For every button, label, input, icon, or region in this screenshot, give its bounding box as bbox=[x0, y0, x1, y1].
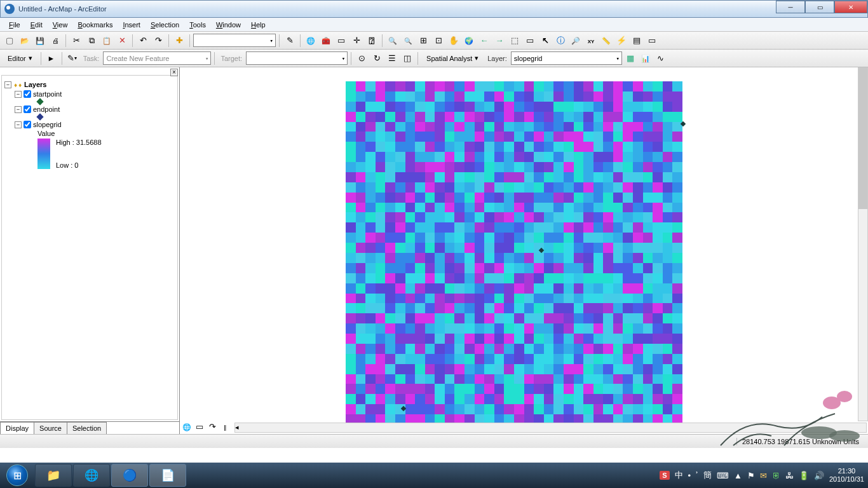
collapse-icon[interactable]: − bbox=[15, 91, 22, 98]
menu-selection[interactable]: Selection bbox=[147, 20, 183, 30]
toc-root[interactable]: − ⬧⬧ Layers bbox=[4, 79, 175, 90]
vertical-scrollbar[interactable] bbox=[858, 67, 868, 421]
start-button[interactable]: ⊞ bbox=[0, 463, 34, 488]
tray-clock[interactable]: 21:30 2010/10/31 bbox=[829, 467, 864, 484]
tray-up-icon[interactable]: ▲ bbox=[734, 471, 742, 480]
editor-menu-button[interactable]: Editor▾ bbox=[3, 53, 37, 64]
maximize-button[interactable]: ▭ bbox=[805, 1, 834, 13]
collapse-icon[interactable]: − bbox=[15, 121, 22, 128]
layer-checkbox[interactable] bbox=[24, 90, 31, 98]
taskbar-explorer[interactable]: 📁 bbox=[35, 464, 72, 487]
arctoolbox-button[interactable] bbox=[319, 34, 333, 48]
ime-charset[interactable]: 簡 bbox=[703, 470, 712, 481]
tray-volume-icon[interactable]: 🔊 bbox=[814, 471, 824, 480]
target-combo[interactable] bbox=[246, 51, 348, 65]
zoom-out-button[interactable] bbox=[401, 34, 415, 48]
tray-power-icon[interactable]: 🔋 bbox=[799, 471, 809, 480]
sketch-props-button[interactable] bbox=[400, 51, 414, 65]
taskbar-arcmap[interactable]: 🔵 bbox=[111, 464, 148, 487]
delete-button[interactable] bbox=[115, 34, 129, 48]
zoom-in-button[interactable] bbox=[386, 34, 400, 48]
layer-checkbox[interactable] bbox=[24, 105, 31, 113]
pan-button[interactable] bbox=[447, 34, 461, 48]
clear-selection-button[interactable] bbox=[523, 34, 537, 48]
tab-display[interactable]: Display bbox=[0, 422, 34, 434]
maptips-button[interactable] bbox=[645, 34, 659, 48]
toc-close-button[interactable]: × bbox=[170, 69, 178, 76]
symbol-gradient[interactable]: High : 31.5688 Low : 0 bbox=[4, 138, 175, 170]
edit-tool-button[interactable] bbox=[44, 51, 58, 65]
data-view-button[interactable] bbox=[181, 421, 193, 432]
histogram-button[interactable] bbox=[639, 51, 653, 65]
menu-window[interactable]: Window bbox=[212, 20, 245, 30]
layout-view-button[interactable] bbox=[194, 421, 205, 432]
task-combo[interactable]: Create New Feature bbox=[103, 51, 211, 65]
modelbuilder-button[interactable] bbox=[349, 34, 363, 48]
arccatalog-button[interactable] bbox=[304, 34, 318, 48]
fixed-zoom-in-button[interactable] bbox=[416, 34, 430, 48]
map-view[interactable]: ◂ bbox=[180, 67, 868, 434]
ime-lang[interactable]: 中 bbox=[675, 470, 683, 481]
identify-button[interactable] bbox=[553, 34, 567, 48]
ime-indicator[interactable]: S bbox=[660, 471, 669, 480]
scroll-thumb[interactable] bbox=[858, 68, 867, 209]
select-features-button[interactable] bbox=[508, 34, 522, 48]
ime-width-icon[interactable]: ʾ bbox=[696, 471, 698, 480]
layer-checkbox[interactable] bbox=[24, 121, 31, 128]
layer-combo[interactable]: slopegrid bbox=[511, 51, 622, 65]
new-doc-button[interactable] bbox=[3, 34, 17, 48]
full-extent-button[interactable] bbox=[462, 34, 476, 48]
tray-flag-icon[interactable]: ⚑ bbox=[747, 471, 755, 480]
tab-selection[interactable]: Selection bbox=[67, 422, 107, 434]
undo-button[interactable] bbox=[136, 34, 150, 48]
menu-edit[interactable]: Edit bbox=[27, 20, 46, 30]
layer-endpoint[interactable]: − endpoint bbox=[4, 105, 175, 114]
ime-keyboard-icon[interactable]: ⌨ bbox=[717, 471, 729, 480]
select-elements-button[interactable] bbox=[538, 34, 552, 48]
menu-insert[interactable]: Insert bbox=[119, 20, 144, 30]
refresh-button[interactable] bbox=[207, 421, 218, 432]
layer-startpoint[interactable]: − startpoint bbox=[4, 90, 175, 98]
symbol-endpoint[interactable] bbox=[4, 114, 175, 120]
layer-slopegrid[interactable]: − slopegrid bbox=[4, 120, 175, 129]
hyperlink-button[interactable] bbox=[614, 34, 628, 48]
fixed-zoom-out-button[interactable] bbox=[431, 34, 445, 48]
menu-bookmarks[interactable]: Bookmarks bbox=[74, 20, 116, 30]
viewer-window-button[interactable] bbox=[630, 34, 644, 48]
tray-network-icon[interactable]: 🖧 bbox=[785, 471, 794, 480]
scale-combo[interactable] bbox=[193, 34, 276, 47]
print-button[interactable] bbox=[48, 34, 62, 48]
paste-button[interactable] bbox=[100, 34, 114, 48]
ime-punct-icon[interactable]: • bbox=[688, 471, 691, 480]
attributes-button[interactable] bbox=[385, 51, 399, 65]
whatsthis-button[interactable] bbox=[365, 34, 379, 48]
menu-help[interactable]: Help bbox=[247, 20, 269, 30]
collapse-icon[interactable]: − bbox=[4, 81, 11, 88]
taskbar-word[interactable]: 📄 bbox=[149, 464, 186, 487]
measure-button[interactable] bbox=[599, 34, 613, 48]
horizontal-scrollbar[interactable]: ◂ bbox=[234, 423, 867, 433]
collapse-icon[interactable]: − bbox=[15, 106, 22, 113]
add-data-button[interactable] bbox=[172, 34, 186, 48]
menu-tools[interactable]: Tools bbox=[186, 20, 210, 30]
spatial-analyst-menu[interactable]: Spatial Analyst▾ bbox=[421, 53, 484, 64]
cmdline-button[interactable] bbox=[334, 34, 348, 48]
copy-button[interactable] bbox=[85, 34, 98, 48]
next-extent-button[interactable] bbox=[492, 34, 506, 48]
split-button[interactable] bbox=[355, 51, 369, 65]
menu-file[interactable]: File bbox=[5, 20, 24, 30]
minimize-button[interactable]: ─ bbox=[776, 1, 805, 13]
tab-source[interactable]: Source bbox=[34, 422, 67, 434]
sketch-tool-button[interactable]: ▾ bbox=[65, 51, 79, 65]
prev-extent-button[interactable] bbox=[477, 34, 491, 48]
editor-toolbar-button[interactable] bbox=[283, 34, 297, 48]
tray-shield-icon[interactable]: ⛨ bbox=[772, 471, 780, 480]
taskbar-ie[interactable]: 🌐 bbox=[73, 464, 110, 487]
cut-button[interactable] bbox=[69, 34, 83, 48]
contour-button[interactable] bbox=[654, 51, 668, 65]
close-button[interactable]: ✕ bbox=[834, 1, 867, 13]
raster-calc-button[interactable] bbox=[623, 51, 637, 65]
open-button[interactable] bbox=[18, 34, 32, 48]
menu-view[interactable]: View bbox=[49, 20, 72, 30]
symbol-startpoint[interactable] bbox=[4, 98, 175, 105]
